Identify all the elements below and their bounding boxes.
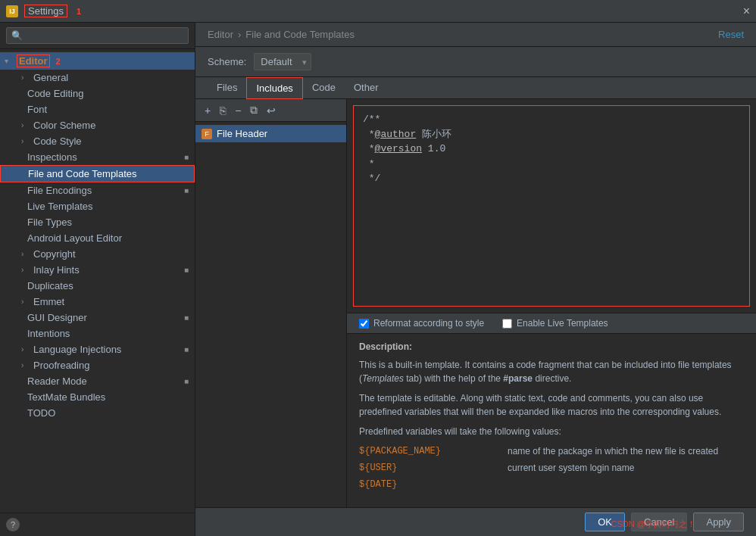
sidebar-label-duplicates: Duplicates bbox=[27, 280, 73, 291]
sidebar-item-code-style[interactable]: › Code Style bbox=[0, 133, 195, 149]
code-line-5: */ bbox=[363, 171, 740, 186]
sidebar-item-file-encodings[interactable]: File Encodings ■ bbox=[0, 182, 195, 198]
copy-button[interactable]: ⧉ bbox=[247, 102, 261, 118]
sidebar-item-duplicates[interactable]: Duplicates bbox=[0, 278, 195, 294]
tabs-row: Files Includes Code Other bbox=[195, 77, 756, 99]
sidebar: ▾ Editor 2 › General Code Editing Font ›… bbox=[0, 23, 195, 536]
sidebar-label-textmate-bundles: TextMate Bundles bbox=[27, 391, 105, 403]
main-container: ▾ Editor 2 › General Code Editing Font ›… bbox=[0, 23, 756, 536]
badge-gui-designer: ■ bbox=[184, 313, 189, 322]
code-panel: /** *@author 陈小环 *@version 1.0 * */ Refo… bbox=[347, 99, 756, 507]
description-text-2: The template is editable. Along with sta… bbox=[359, 391, 744, 419]
template-area: + ⎘ − ⧉ ↩ F File Header /** *@autho bbox=[195, 99, 756, 507]
sidebar-item-gui-designer[interactable]: GUI Designer ■ bbox=[0, 310, 195, 326]
code-editor[interactable]: /** *@author 陈小环 *@version 1.0 * */ bbox=[353, 105, 750, 307]
sidebar-label-font: Font bbox=[27, 104, 47, 115]
tab-files[interactable]: Files bbox=[208, 77, 246, 99]
close-button[interactable]: × bbox=[743, 5, 750, 17]
variable-table: ${PACKAGE_NAME} name of the package in w… bbox=[359, 444, 744, 491]
apply-button[interactable]: Apply bbox=[693, 513, 744, 531]
undo-button[interactable]: ↩ bbox=[264, 103, 279, 118]
arrow-code-style: › bbox=[21, 137, 30, 145]
sidebar-label-proofreading: Proofreading bbox=[33, 360, 89, 371]
sidebar-item-android-layout-editor[interactable]: Android Layout Editor bbox=[0, 230, 195, 246]
tab-other[interactable]: Other bbox=[345, 77, 388, 99]
var-row-date: ${DATE} bbox=[359, 478, 744, 491]
description-title: Description: bbox=[359, 340, 744, 354]
sidebar-label-inspections: Inspections bbox=[27, 151, 77, 163]
live-templates-label: Enable Live Templates bbox=[517, 318, 608, 329]
title-bar-left: IJ Settings 1 bbox=[6, 5, 81, 17]
code-line-3: *@version 1.0 bbox=[363, 142, 740, 157]
var-row-package: ${PACKAGE_NAME} name of the package in w… bbox=[359, 444, 744, 458]
sidebar-item-editor[interactable]: ▾ Editor 2 bbox=[0, 52, 195, 70]
sidebar-item-code-editing[interactable]: Code Editing bbox=[0, 86, 195, 101]
description-text-1: This is a built-in template. It contains… bbox=[359, 358, 744, 385]
badge-language-injections: ■ bbox=[184, 345, 189, 354]
scheme-select[interactable]: Default Project bbox=[254, 53, 311, 70]
reformat-label: Reformat according to style bbox=[373, 318, 484, 329]
live-templates-checkbox-label[interactable]: Enable Live Templates bbox=[502, 318, 608, 329]
arrow-emmet: › bbox=[21, 298, 30, 306]
sidebar-label-editor: Editor bbox=[17, 55, 50, 67]
sidebar-item-todo[interactable]: TODO bbox=[0, 405, 195, 421]
badge-file-encodings: ■ bbox=[184, 186, 189, 195]
template-list: F File Header bbox=[195, 122, 346, 507]
add-template-button[interactable]: + bbox=[201, 103, 214, 118]
sidebar-label-file-encodings: File Encodings bbox=[27, 185, 92, 196]
scheme-select-wrapper: Default Project bbox=[254, 53, 311, 70]
template-toolbar: + ⎘ − ⧉ ↩ bbox=[195, 99, 346, 122]
sidebar-item-proofreading[interactable]: › Proofreading bbox=[0, 357, 195, 373]
sidebar-item-general[interactable]: › General bbox=[0, 70, 195, 86]
sidebar-item-inlay-hints[interactable]: › Inlay Hints ■ bbox=[0, 262, 195, 278]
var-row-user: ${USER} current user system login name bbox=[359, 461, 744, 475]
sidebar-item-color-scheme[interactable]: › Color Scheme bbox=[0, 117, 195, 133]
var-name-user: ${USER} bbox=[359, 461, 495, 475]
sidebar-label-inlay-hints: Inlay Hints bbox=[33, 264, 80, 276]
sidebar-item-reader-mode[interactable]: Reader Mode ■ bbox=[0, 373, 195, 389]
scheme-label: Scheme: bbox=[208, 56, 246, 67]
reformat-checkbox-label[interactable]: Reformat according to style bbox=[359, 318, 484, 329]
arrow-language-injections: › bbox=[21, 345, 30, 354]
reformat-checkbox[interactable] bbox=[359, 319, 369, 329]
sidebar-label-copyright: Copyright bbox=[33, 248, 76, 260]
live-templates-checkbox[interactable] bbox=[502, 319, 512, 329]
file-header-icon: F bbox=[201, 129, 212, 139]
sidebar-label-language-injections: Language Injections bbox=[33, 344, 121, 355]
sidebar-label-file-code-templates: File and Code Templates bbox=[28, 168, 137, 179]
breadcrumb: Editor › File and Code Templates bbox=[208, 29, 355, 40]
tab-includes[interactable]: Includes bbox=[246, 77, 302, 99]
sidebar-label-live-templates: Live Templates bbox=[27, 201, 92, 212]
sidebar-item-file-types[interactable]: File Types bbox=[0, 214, 195, 230]
expand-arrow-editor: ▾ bbox=[5, 57, 14, 65]
sidebar-label-todo: TODO bbox=[27, 407, 55, 419]
sidebar-item-inspections[interactable]: Inspections ■ bbox=[0, 149, 195, 165]
sidebar-label-android-layout-editor: Android Layout Editor bbox=[27, 232, 122, 244]
sidebar-label-general: General bbox=[33, 72, 68, 83]
sidebar-item-live-templates[interactable]: Live Templates bbox=[0, 198, 195, 214]
search-input[interactable] bbox=[6, 27, 189, 44]
sidebar-item-intentions[interactable]: Intentions bbox=[0, 326, 195, 341]
reset-button[interactable]: Reset bbox=[718, 29, 744, 40]
sidebar-label-code-editing: Code Editing bbox=[27, 88, 83, 99]
sidebar-item-font[interactable]: Font bbox=[0, 101, 195, 117]
arrow-proofreading: › bbox=[21, 361, 30, 369]
help-icon[interactable]: ? bbox=[6, 518, 20, 531]
remove-template-button[interactable]: − bbox=[232, 103, 244, 118]
content-header: Editor › File and Code Templates Reset bbox=[195, 23, 756, 47]
template-item-file-header[interactable]: F File Header bbox=[195, 125, 346, 142]
var-name-package: ${PACKAGE_NAME} bbox=[359, 444, 495, 458]
sidebar-item-file-code-templates[interactable]: File and Code Templates 3 bbox=[0, 165, 195, 182]
badge-inlay-hints: ■ bbox=[184, 266, 189, 274]
copy-add-button[interactable]: ⎘ bbox=[217, 103, 229, 118]
sidebar-item-language-injections[interactable]: › Language Injections ■ bbox=[0, 341, 195, 357]
sidebar-item-emmet[interactable]: › Emmet bbox=[0, 294, 195, 310]
code-line-2: *@author 陈小环 bbox=[363, 127, 740, 142]
arrow-color-scheme: › bbox=[21, 121, 30, 129]
arrow-general: › bbox=[21, 73, 30, 82]
sidebar-label-color-scheme: Color Scheme bbox=[33, 120, 95, 131]
tab-code[interactable]: Code bbox=[303, 77, 345, 99]
sidebar-item-copyright[interactable]: › Copyright bbox=[0, 246, 195, 262]
template-item-label: File Header bbox=[217, 128, 267, 139]
sidebar-item-textmate-bundles[interactable]: TextMate Bundles bbox=[0, 389, 195, 405]
